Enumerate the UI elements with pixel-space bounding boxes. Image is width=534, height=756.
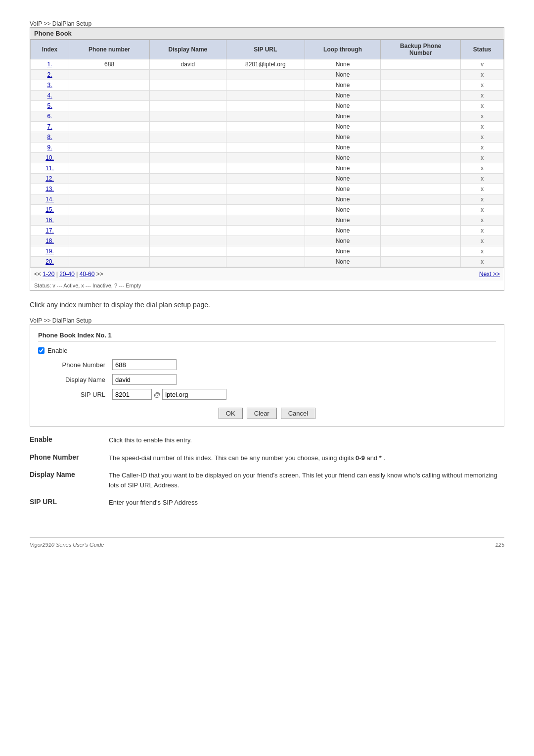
next-link[interactable]: Next >> [479,271,500,278]
index-cell[interactable]: 16. [31,215,69,226]
table-row: 8. None x [31,132,504,142]
index-cell[interactable]: 15. [31,205,69,215]
backup-cell [381,215,461,226]
display-cell [150,91,226,101]
help-desc: Click this to enable this entry. [109,435,192,445]
index-cell[interactable]: 4. [31,91,69,101]
index-cell[interactable]: 5. [31,101,69,111]
table-row: 14. None x [31,194,504,205]
sip-number-input[interactable] [112,389,152,400]
sip-domain-input[interactable] [162,389,226,400]
backup-cell [381,59,461,70]
table-row: 6. None x [31,111,504,122]
page-20-40[interactable]: 20-40 [59,271,75,278]
phone-cell [69,91,150,101]
index-cell[interactable]: 20. [31,257,69,267]
loop-cell: None [305,70,380,80]
col-loop: Loop through [305,40,380,59]
display-cell [150,257,226,267]
sip-cell [226,236,305,246]
index-cell[interactable]: 7. [31,122,69,132]
pagination-row: << 1-20 | 20-40 | 40-60 >> Next >> [30,267,504,281]
phone-cell [69,184,150,194]
phone-cell [69,101,150,111]
index-cell[interactable]: 19. [31,246,69,257]
phone-cell: 688 [69,59,150,70]
phone-cell [69,80,150,91]
backup-cell [381,70,461,80]
display-name-input[interactable] [112,374,177,385]
phone-number-input[interactable] [112,359,177,370]
backup-cell [381,80,461,91]
sip-cell: 8201@iptel.org [226,59,305,70]
index-cell[interactable]: 10. [31,153,69,163]
index-cell[interactable]: 1. [31,59,69,70]
col-index: Index [31,40,69,59]
index-cell[interactable]: 9. [31,142,69,153]
backup-cell [381,153,461,163]
index-cell[interactable]: 8. [31,132,69,142]
index-cell[interactable]: 13. [31,184,69,194]
sip-url-label: SIP URL [48,391,112,398]
phone-cell [69,236,150,246]
display-cell [150,205,226,215]
index-cell[interactable]: 6. [31,111,69,122]
ok-button[interactable]: OK [219,408,243,419]
enable-label[interactable]: Enable [47,347,67,354]
sip-cell [226,184,305,194]
backup-cell [381,142,461,153]
table-row: 17. None x [31,226,504,236]
phone-number-row: Phone Number [38,359,496,370]
phone-book-table: Index Phone number Display Name SIP URL … [30,40,504,267]
footer-right: 125 [495,542,504,548]
backup-cell [381,101,461,111]
cancel-button[interactable]: Cancel [281,408,315,419]
status-cell: x [461,111,504,122]
index-cell[interactable]: 3. [31,80,69,91]
backup-cell [381,163,461,174]
status-cell: x [461,101,504,111]
clear-button[interactable]: Clear [247,408,277,419]
phone-book-index-form: Phone Book Index No. 1 Enable Phone Numb… [30,324,504,426]
status-cell: x [461,163,504,174]
loop-cell: None [305,111,380,122]
status-cell: x [461,215,504,226]
status-cell: x [461,132,504,142]
display-cell [150,132,226,142]
sip-url-group: @ [112,389,226,400]
index-cell[interactable]: 11. [31,163,69,174]
table-row: 3. None x [31,80,504,91]
phone-cell [69,111,150,122]
index-cell[interactable]: 14. [31,194,69,205]
status-cell: x [461,70,504,80]
display-cell [150,153,226,163]
status-cell: x [461,184,504,194]
phone-cell [69,205,150,215]
help-term: Phone Number [30,453,99,463]
col-status: Status [461,40,504,59]
page-1-20[interactable]: 1-20 [43,271,54,278]
form-title: Phone Book Index No. 1 [38,331,496,342]
table-row: 11. None x [31,163,504,174]
phone-cell [69,226,150,236]
enable-checkbox[interactable] [38,347,44,354]
help-section: Enable Click this to enable this entry. … [30,435,504,508]
help-term: SIP URL [30,498,99,508]
index-cell[interactable]: 12. [31,174,69,184]
backup-cell [381,246,461,257]
loop-cell: None [305,163,380,174]
pagination-links[interactable]: << 1-20 | 20-40 | 40-60 >> [34,271,103,278]
index-cell[interactable]: 17. [31,226,69,236]
backup-cell [381,184,461,194]
page-40-60[interactable]: 40-60 [80,271,95,278]
display-cell [150,70,226,80]
sip-url-row: SIP URL @ [38,389,496,400]
loop-cell: None [305,101,380,111]
loop-cell: None [305,59,380,70]
phone-cell [69,132,150,142]
index-cell[interactable]: 2. [31,70,69,80]
display-cell [150,184,226,194]
index-cell[interactable]: 18. [31,236,69,246]
display-cell [150,163,226,174]
col-backup: Backup PhoneNumber [381,40,461,59]
